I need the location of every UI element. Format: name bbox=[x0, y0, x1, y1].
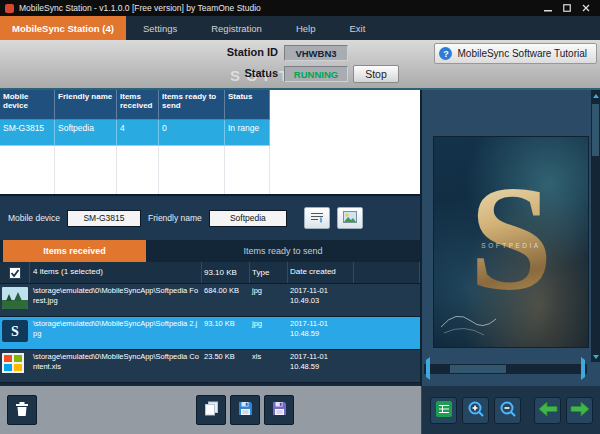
column-friendly-name[interactable]: Friendly name bbox=[55, 90, 117, 120]
file-row[interactable]: S \storage\emulated\0\MobileSyncApp\Soft… bbox=[0, 317, 420, 350]
preview-watermark: SOFTPEDIA bbox=[434, 242, 588, 249]
export-excel-button[interactable] bbox=[430, 397, 457, 424]
column-mobile-device[interactable]: Mobile device bbox=[0, 90, 55, 120]
station-id-value: VHWBN3 bbox=[284, 45, 348, 61]
zoom-out-icon bbox=[499, 400, 517, 421]
tab-items-ready-to-send[interactable]: Items ready to send bbox=[146, 240, 420, 262]
vertical-scrollbar[interactable] bbox=[591, 90, 600, 362]
cell-items-received: 4 bbox=[117, 120, 159, 146]
tab-settings[interactable]: Settings bbox=[126, 16, 194, 40]
scroll-up-icon[interactable] bbox=[591, 90, 600, 101]
column-items-ready-to-send[interactable]: Items ready to send bbox=[159, 90, 225, 120]
status-badge: RUNNING bbox=[284, 66, 348, 82]
file-type: xls bbox=[250, 350, 288, 382]
rename-icon bbox=[310, 211, 324, 226]
copy-button[interactable] bbox=[196, 395, 226, 425]
column-selection-summary[interactable]: 4 items (1 selected) bbox=[30, 262, 202, 283]
tutorial-button-label: MobileSync Software Tutorial bbox=[457, 48, 587, 59]
cell-items-ready-to-send: 0 bbox=[159, 120, 225, 146]
image-preview: S SOFTPEDIA bbox=[433, 136, 589, 348]
horizontal-scrollbar[interactable] bbox=[424, 364, 587, 374]
mobile-device-label: Mobile device bbox=[8, 213, 60, 223]
left-pane: Mobile device Friendly name Items receiv… bbox=[0, 90, 422, 386]
mobile-device-value: SM-G3815 bbox=[67, 210, 141, 227]
scroll-down-icon[interactable] bbox=[591, 351, 600, 362]
file-table-header: 4 items (1 selected) 93.10 KB Type Date … bbox=[0, 262, 420, 284]
file-path: \storage\emulated\0\MobileSyncApp\Softpe… bbox=[30, 284, 202, 316]
file-tabs: Items received Items ready to send bbox=[0, 240, 420, 262]
device-table: Mobile device Friendly name Items receiv… bbox=[0, 90, 270, 146]
maximize-icon[interactable] bbox=[557, 1, 576, 16]
file-date: 2017-11-01 10.49.03 bbox=[288, 284, 354, 316]
preview-toolbar bbox=[422, 386, 600, 434]
file-path: \storage\emulated\0\MobileSyncApp\Softpe… bbox=[30, 350, 202, 382]
zoom-out-button[interactable] bbox=[494, 397, 521, 424]
file-size: 93.10 KB bbox=[202, 317, 250, 349]
next-image-button[interactable] bbox=[566, 397, 593, 424]
trash-icon bbox=[15, 401, 29, 420]
close-icon[interactable] bbox=[576, 1, 595, 16]
vertical-scrollbar-thumb[interactable] bbox=[592, 104, 599, 156]
s-logo-thumb: S bbox=[2, 320, 28, 342]
preview-pane: S SOFTPEDIA bbox=[422, 90, 600, 386]
station-id-label: Station ID bbox=[150, 46, 278, 58]
status-label: Status bbox=[150, 67, 278, 79]
file-date: 2017-11-01 10.48.59 bbox=[288, 350, 354, 382]
file-table: 4 items (1 selected) 93.10 KB Type Date … bbox=[0, 262, 420, 386]
tab-registration[interactable]: Registration bbox=[194, 16, 279, 40]
column-type[interactable]: Type bbox=[250, 262, 288, 283]
tab-mobilesync-station[interactable]: MobileSync Station (4) bbox=[0, 16, 126, 40]
question-icon bbox=[439, 47, 452, 60]
file-date: 2017-11-01 10.48.59 bbox=[288, 317, 354, 349]
scroll-left-icon[interactable] bbox=[426, 360, 430, 378]
file-path: \storage\emulated\0\MobileSyncApp\Softpe… bbox=[30, 317, 202, 349]
column-date-created[interactable]: Date created bbox=[288, 262, 354, 283]
tab-items-ready-label: Items ready to send bbox=[243, 246, 322, 256]
file-type: jpg bbox=[250, 284, 288, 316]
file-size: 684.00 KB bbox=[202, 284, 250, 316]
previous-image-button[interactable] bbox=[534, 397, 561, 424]
device-row[interactable]: SM-G3815 Softpedia 4 0 In range bbox=[0, 120, 270, 146]
scroll-right-icon[interactable] bbox=[581, 360, 585, 378]
select-all-checkbox[interactable] bbox=[9, 267, 21, 279]
column-status[interactable]: Status bbox=[225, 90, 270, 120]
rename-device-button[interactable] bbox=[304, 207, 330, 229]
svg-text:S: S bbox=[11, 324, 19, 339]
app-icon bbox=[5, 4, 14, 13]
friendly-name-value: Softpedia bbox=[209, 210, 287, 227]
device-table-header: Mobile device Friendly name Items receiv… bbox=[0, 90, 270, 120]
save-as-button[interactable] bbox=[264, 395, 294, 425]
copy-icon bbox=[204, 401, 219, 419]
cell-friendly-name: Softpedia bbox=[55, 120, 117, 146]
cell-status: In range bbox=[225, 120, 270, 146]
save-icon bbox=[238, 401, 253, 419]
tab-help[interactable]: Help bbox=[279, 16, 333, 40]
file-actions-toolbar bbox=[0, 386, 422, 434]
xls-file-icon bbox=[2, 353, 28, 375]
bottom-bar bbox=[0, 386, 600, 434]
file-row[interactable]: \storage\emulated\0\MobileSyncApp\Softpe… bbox=[0, 284, 420, 317]
forest-photo-thumb bbox=[2, 287, 28, 309]
titlebar: MobileSync Station - v1.1.0.0 [Free vers… bbox=[0, 0, 600, 16]
export-excel-icon bbox=[435, 400, 453, 421]
save-alt-icon bbox=[272, 401, 287, 419]
file-row[interactable]: \storage\emulated\0\MobileSyncApp\Softpe… bbox=[0, 350, 420, 383]
column-size[interactable]: 93.10 KB bbox=[202, 262, 250, 283]
tab-exit[interactable]: Exit bbox=[332, 16, 382, 40]
preview-artwork-letter: S bbox=[469, 163, 552, 313]
device-bar: Mobile device SM-G3815 Friendly name Sof… bbox=[0, 194, 420, 240]
minimize-icon[interactable] bbox=[538, 1, 557, 16]
horizontal-scrollbar-thumb[interactable] bbox=[450, 365, 506, 373]
save-button[interactable] bbox=[230, 395, 260, 425]
image-icon bbox=[343, 211, 357, 226]
tutorial-button[interactable]: MobileSync Software Tutorial bbox=[434, 43, 597, 64]
device-image-button[interactable] bbox=[337, 207, 363, 229]
main-area: Mobile device Friendly name Items receiv… bbox=[0, 90, 600, 386]
stop-button[interactable]: Stop bbox=[353, 65, 399, 83]
tab-items-received[interactable]: Items received bbox=[3, 240, 146, 262]
zoom-in-button[interactable] bbox=[462, 397, 489, 424]
header: SOFTPEDIA Station ID VHWBN3 Status RUNNI… bbox=[0, 40, 600, 90]
column-items-received[interactable]: Items received bbox=[117, 90, 159, 120]
save-actions-group bbox=[196, 395, 294, 425]
delete-button[interactable] bbox=[7, 395, 37, 425]
